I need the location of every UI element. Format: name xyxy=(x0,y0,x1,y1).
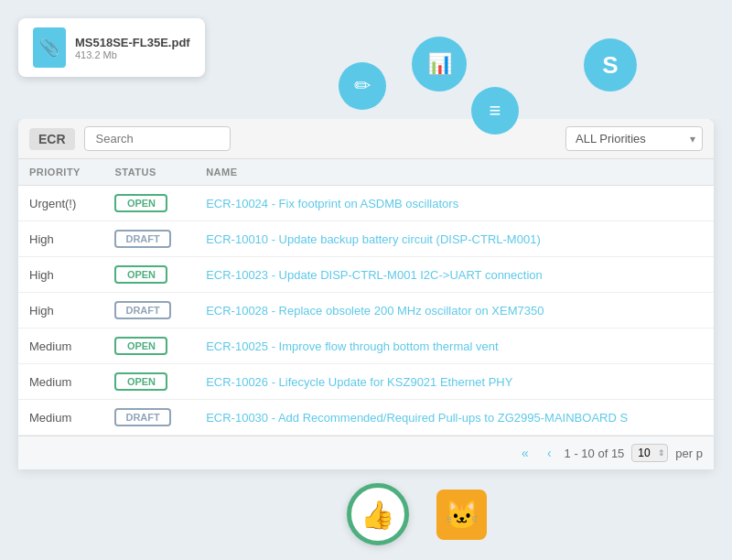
name-cell: ECR-10024 - Fix footprint on ASDMB oscil… xyxy=(195,186,714,221)
ecr-link[interactable]: ECR-10028 - Replace obsolete 200 MHz osc… xyxy=(206,304,544,318)
table-row[interactable]: MediumDRAFTECR-10030 - Add Recommended/R… xyxy=(18,400,714,436)
table-row[interactable]: HighDRAFTECR-10028 - Replace obsolete 20… xyxy=(18,293,714,328)
file-card: 📎 MS518SE-FL35E.pdf 413.2 Mb xyxy=(18,18,205,77)
table-header: PRIORITY STATUS NAME xyxy=(18,159,714,186)
priority-cell: Medium xyxy=(18,364,103,400)
per-page-label: per p xyxy=(675,447,703,460)
file-info: MS518SE-FL35E.pdf 413.2 Mb xyxy=(75,36,190,60)
clip-icon: 📎 xyxy=(33,27,66,68)
status-badge: DRAFT xyxy=(114,230,170,248)
s-brand-icon[interactable]: S xyxy=(584,38,637,92)
priority-cell: High xyxy=(18,257,103,293)
ecr-link[interactable]: ECR-10025 - Improve flow through bottom … xyxy=(206,339,498,353)
status-cell: OPEN xyxy=(103,364,195,400)
file-name: MS518SE-FL35E.pdf xyxy=(75,36,190,49)
file-size: 413.2 Mb xyxy=(75,49,190,60)
name-cell: ECR-10025 - Improve flow through bottom … xyxy=(195,328,714,364)
priority-cell: Medium xyxy=(18,400,103,436)
priority-cell: Urgent(!) xyxy=(18,186,103,221)
status-cell: OPEN xyxy=(103,186,195,221)
status-badge: OPEN xyxy=(114,194,167,212)
ecr-link[interactable]: ECR-10010 - Update backup battery circui… xyxy=(206,232,541,246)
per-page-wrapper: 10 25 50 xyxy=(631,444,668,462)
first-page-button[interactable]: « xyxy=(516,444,534,462)
monster-icon: 🐱 xyxy=(436,490,487,540)
col-priority: PRIORITY xyxy=(18,159,103,186)
priority-cell: Medium xyxy=(18,328,103,364)
status-badge: OPEN xyxy=(114,372,167,391)
ecr-panel: ECR ALL Priorities Urgent(!) High Medium… xyxy=(18,119,714,469)
bottom-area: 👍 🐱 xyxy=(0,469,732,555)
status-cell: DRAFT xyxy=(103,221,195,257)
name-cell: ECR-10026 - Lifecycle Update for KSZ9021… xyxy=(195,364,714,400)
priority-cell: High xyxy=(18,221,103,257)
ecr-link[interactable]: ECR-10023 - Update DISP-CTRL-M001 I2C->U… xyxy=(206,268,543,282)
col-status: STATUS xyxy=(103,159,195,186)
ecr-link[interactable]: ECR-10026 - Lifecycle Update for KSZ9021… xyxy=(206,375,512,389)
pagination-bar: « ‹ 1 - 10 of 15 10 25 50 per p xyxy=(18,436,714,469)
toolbar: ECR ALL Priorities Urgent(!) High Medium… xyxy=(18,119,714,159)
table-row[interactable]: MediumOPENECR-10026 - Lifecycle Update f… xyxy=(18,364,714,400)
name-cell: ECR-10028 - Replace obsolete 200 MHz osc… xyxy=(195,293,714,328)
table-row[interactable]: HighDRAFTECR-10010 - Update backup batte… xyxy=(18,221,714,257)
priority-filter[interactable]: ALL Priorities Urgent(!) High Medium Low xyxy=(565,126,703,151)
ecr-link[interactable]: ECR-10030 - Add Recommended/Required Pul… xyxy=(206,411,628,425)
status-badge: DRAFT xyxy=(114,301,170,319)
name-cell: ECR-10030 - Add Recommended/Required Pul… xyxy=(195,400,714,436)
table-row[interactable]: Urgent(!)OPENECR-10024 - Fix footprint o… xyxy=(18,186,714,221)
table-row[interactable]: HighOPENECR-10023 - Update DISP-CTRL-M00… xyxy=(18,257,714,293)
ecr-label: ECR xyxy=(29,128,75,150)
name-cell: ECR-10023 - Update DISP-CTRL-M001 I2C->U… xyxy=(195,257,714,293)
chart-icon[interactable]: 📊 xyxy=(412,37,467,92)
top-area: 📎 MS518SE-FL35E.pdf 413.2 Mb ✏ 📊 ≡ S xyxy=(0,0,732,119)
status-cell: OPEN xyxy=(103,257,195,293)
table-row[interactable]: MediumOPENECR-10025 - Improve flow throu… xyxy=(18,328,714,364)
name-cell: ECR-10010 - Update backup battery circui… xyxy=(195,221,714,257)
page-range: 1 - 10 of 15 xyxy=(565,447,625,460)
table-body: Urgent(!)OPENECR-10024 - Fix footprint o… xyxy=(18,186,714,436)
status-badge: DRAFT xyxy=(114,408,170,426)
ecr-link[interactable]: ECR-10024 - Fix footprint on ASDMB oscil… xyxy=(206,197,458,210)
search-input[interactable] xyxy=(84,126,231,151)
prev-page-button[interactable]: ‹ xyxy=(542,444,557,462)
status-badge: OPEN xyxy=(114,337,167,355)
status-cell: DRAFT xyxy=(103,400,195,436)
ecr-table: PRIORITY STATUS NAME Urgent(!)OPENECR-10… xyxy=(18,159,714,436)
edit-icon[interactable]: ✏ xyxy=(339,62,386,110)
col-name: NAME xyxy=(195,159,714,186)
status-cell: DRAFT xyxy=(103,293,195,328)
thumbs-up-button[interactable]: 👍 xyxy=(347,483,409,545)
status-cell: OPEN xyxy=(103,328,195,364)
status-badge: OPEN xyxy=(114,265,167,284)
list-icon[interactable]: ≡ xyxy=(471,87,519,135)
priority-filter-wrapper: ALL Priorities Urgent(!) High Medium Low xyxy=(565,126,703,151)
priority-cell: High xyxy=(18,293,103,328)
per-page-select[interactable]: 10 25 50 xyxy=(631,444,668,462)
